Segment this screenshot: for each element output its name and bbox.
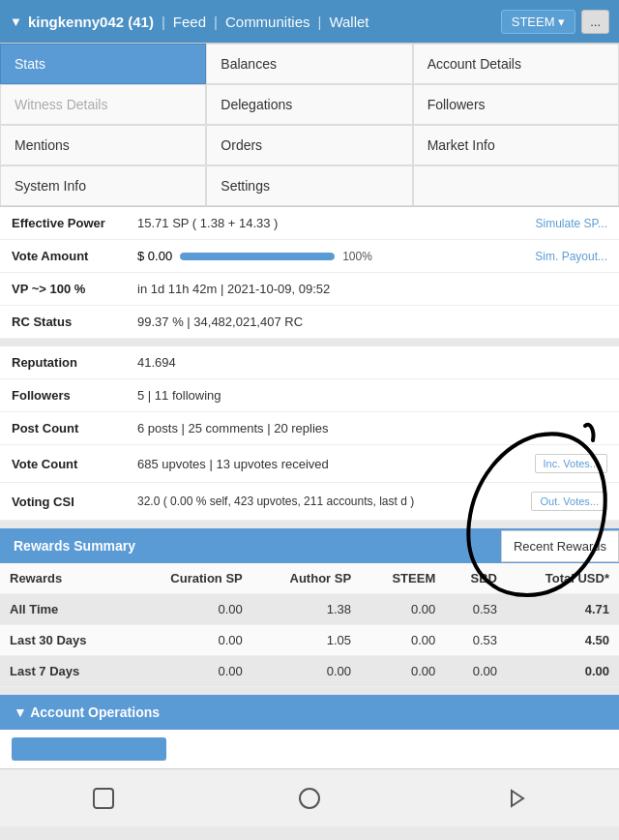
effective-power-label: Effective Power <box>12 216 137 230</box>
rewards-row-1: Last 30 Days 0.00 1.05 0.00 0.53 4.50 <box>0 625 619 656</box>
rc-status-label: RC Status <box>12 315 137 329</box>
menu-item-system-info[interactable]: System Info <box>0 165 206 206</box>
feed-link[interactable]: Feed <box>173 14 206 30</box>
post-count-label: Post Count <box>12 421 137 435</box>
username: kingkenny042 (41) <box>28 14 154 30</box>
rc-status-row: RC Status 99.37 % | 34,482,021,407 RC <box>0 306 619 339</box>
followers-value: 5 | 11 following <box>137 388 607 403</box>
stats-content: Effective Power 15.71 SP ( 1.38 + 14.33 … <box>0 207 619 521</box>
menu-item-witness-details: Witness Details <box>0 84 206 125</box>
rewards-row-steem: 0.00 <box>361 594 445 625</box>
rewards-row-label: Last 30 Days <box>0 625 130 656</box>
rewards-row-steem: 0.00 <box>361 625 445 656</box>
vote-amount-row: Vote Amount $ 0.00 100% Sim. Payout... <box>0 240 619 273</box>
rewards-row-label: Last 7 Days <box>0 656 130 687</box>
sep2: | <box>214 14 218 30</box>
vote-count-label: Vote Count <box>12 457 137 471</box>
voting-csi-value: 32.0 ( 0.00 % self, 423 upvotes, 211 acc… <box>137 495 531 508</box>
rewards-row-steem: 0.00 <box>361 656 445 687</box>
recents-button[interactable] <box>498 781 533 816</box>
menu-item-followers[interactable]: Followers <box>413 84 619 125</box>
rc-status-value: 99.37 % | 34,482,021,407 RC <box>137 315 607 329</box>
separator-2 <box>0 521 619 528</box>
simulate-sp-button[interactable]: Simulate SP... <box>536 217 607 230</box>
home-button[interactable] <box>292 781 327 816</box>
vote-count-value: 685 upvotes | 13 upvotes received <box>137 457 535 471</box>
menu-item-orders[interactable]: Orders <box>206 125 412 165</box>
separator-3 <box>0 687 619 695</box>
rewards-row-curation: 0.00 <box>130 625 252 656</box>
reputation-value: 41.694 <box>137 355 607 370</box>
svg-rect-0 <box>94 789 113 808</box>
rewards-table: Rewards Curation SP Author SP STEEM SBD … <box>0 563 619 687</box>
account-ops-title: ▼ Account Operations <box>14 705 160 720</box>
vp-row: VP ~> 100 % in 1d 11h 42m | 2021-10-09, … <box>0 273 619 306</box>
rewards-row-curation: 0.00 <box>130 594 252 625</box>
vp-value: in 1d 11h 42m | 2021-10-09, 09:52 <box>137 282 607 296</box>
triangle-icon <box>502 785 529 812</box>
rewards-row-author: 1.38 <box>252 594 361 625</box>
inc-votes-button[interactable]: Inc. Votes... <box>535 454 607 473</box>
steem-button[interactable]: STEEM ▾ <box>501 10 575 34</box>
reputation-label: Reputation <box>12 355 137 370</box>
out-votes-button[interactable]: Out. Votes... <box>531 492 607 511</box>
account-operations-header: ▼ Account Operations <box>0 695 619 730</box>
rewards-row-sbd: 0.53 <box>445 594 507 625</box>
sep3: | <box>317 14 321 30</box>
rewards-row-sbd: 0.00 <box>445 656 507 687</box>
ops-bar <box>12 737 166 761</box>
vote-amount-bar-container: $ 0.00 100% <box>137 249 535 263</box>
post-count-value: 6 posts | 25 comments | 20 replies <box>137 421 607 435</box>
menu-grid: Stats Balances Account Details Witness D… <box>0 43 619 207</box>
menu-item-account-details[interactable]: Account Details <box>413 44 619 84</box>
reputation-row: Reputation 41.694 <box>0 346 619 379</box>
sep1: | <box>162 14 165 30</box>
effective-power-row: Effective Power 15.71 SP ( 1.38 + 14.33 … <box>0 207 619 240</box>
vote-bar-fill <box>180 253 335 260</box>
menu-item-balances[interactable]: Balances <box>206 44 412 84</box>
rewards-row-curation: 0.00 <box>130 656 252 687</box>
vote-progress-bar <box>180 253 335 260</box>
recent-rewards-button[interactable]: Recent Rewards <box>501 530 619 562</box>
rewards-row-total: 4.71 <box>507 594 619 625</box>
menu-item-stats[interactable]: Stats <box>0 44 206 84</box>
followers-label: Followers <box>12 388 137 403</box>
vp-label: VP ~> 100 % <box>12 282 137 296</box>
back-button[interactable] <box>86 781 121 816</box>
rewards-row-total: 4.50 <box>507 625 619 656</box>
vote-pct: 100% <box>342 250 372 263</box>
communities-link[interactable]: Communities <box>225 14 310 30</box>
col-sbd: SBD <box>445 563 507 594</box>
menu-item-mentions[interactable]: Mentions <box>0 125 206 165</box>
sim-payout-button[interactable]: Sim. Payout... <box>535 250 607 263</box>
more-button[interactable]: ... <box>581 10 609 34</box>
rewards-row-author: 0.00 <box>252 656 361 687</box>
col-curation-sp: Curation SP <box>130 563 252 594</box>
bottom-nav <box>0 768 619 826</box>
nav-arrow: ▼ <box>10 15 22 29</box>
menu-item-empty <box>413 165 619 206</box>
separator-1 <box>0 339 619 346</box>
col-author-sp: Author SP <box>252 563 361 594</box>
rewards-row-2: Last 7 Days 0.00 0.00 0.00 0.00 0.00 <box>0 656 619 687</box>
circle-icon <box>296 785 323 812</box>
menu-item-market-info[interactable]: Market Info <box>413 125 619 165</box>
col-total-usd: Total USD* <box>507 563 619 594</box>
menu-item-settings[interactable]: Settings <box>206 165 412 206</box>
rewards-row-author: 1.05 <box>252 625 361 656</box>
rewards-row-label: All Time <box>0 594 130 625</box>
voting-csi-label: Voting CSI <box>12 495 137 509</box>
post-count-row: Post Count 6 posts | 25 comments | 20 re… <box>0 412 619 445</box>
vote-amount-dollar: $ 0.00 <box>137 249 172 263</box>
col-rewards: Rewards <box>0 563 130 594</box>
menu-item-delegations[interactable]: Delegations <box>206 84 412 125</box>
svg-point-1 <box>300 789 319 808</box>
rewards-row-total: 0.00 <box>507 656 619 687</box>
rewards-summary-header: Rewards Summary Recent Rewards <box>0 528 619 563</box>
rewards-row-sbd: 0.53 <box>445 625 507 656</box>
voting-csi-row: Voting CSI 32.0 ( 0.00 % self, 423 upvot… <box>0 483 619 521</box>
followers-row: Followers 5 | 11 following <box>0 379 619 412</box>
wallet-link[interactable]: Wallet <box>329 14 368 30</box>
svg-marker-2 <box>512 791 523 806</box>
vote-amount-label: Vote Amount <box>12 249 137 263</box>
